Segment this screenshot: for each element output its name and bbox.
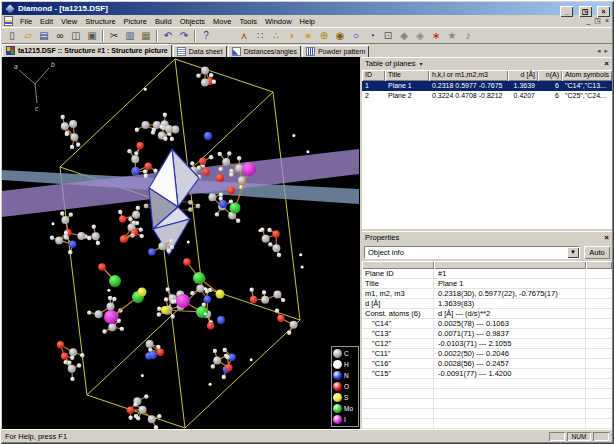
build-molecule-icon[interactable]: ⋏ (236, 29, 252, 43)
auto-button[interactable]: Auto (584, 246, 610, 259)
property-value: Plane 1 (434, 279, 586, 288)
menu-item-build[interactable]: Build (151, 16, 176, 27)
tab-distances-angles[interactable]: ◣Distances/angles (228, 45, 301, 57)
legend-label: N (344, 372, 349, 379)
ring-icon[interactable]: ○ (348, 29, 364, 43)
document-icon[interactable] (4, 16, 13, 26)
tab-ta1215-dsf-structure-1-structure-picture[interactable]: ta1215.DSF :: Structure #1 : Structure p… (2, 44, 172, 57)
plane-cell: 0.4207 (508, 91, 538, 101)
property-name: "C13" (362, 329, 434, 338)
coordination-icon[interactable]: ∴ (268, 29, 284, 43)
add-atom-icon[interactable]: ⊕ (316, 29, 332, 43)
legend-item-s: S (333, 392, 358, 403)
tab-powder-pattern[interactable]: Powder pattern (302, 45, 369, 57)
property-name: Plane ID (362, 269, 434, 278)
planes-table-header: IDTitleh,k,l or m1,m2,m3d [Å]n(A)Atom sy… (362, 70, 612, 81)
plane-cell: Plane 1 (385, 81, 429, 91)
property-value: #1 (434, 269, 586, 278)
status-box (549, 432, 565, 441)
property-value (434, 399, 586, 408)
properties-column-header (362, 261, 612, 269)
property-row-c13: "C13"0.0071(71) --- 0.9837 (362, 329, 612, 339)
menu-item-structure[interactable]: Structure (81, 16, 119, 27)
planes-table-body: 1Plane 10.2318 0.5977 -0.76751.36396"C14… (362, 81, 612, 229)
menu-item-file[interactable]: File (16, 16, 36, 27)
planes-panel-header: Table of planes ▾ × (362, 57, 612, 70)
property-name: Title (362, 279, 434, 288)
property-extra (586, 419, 612, 428)
print-icon[interactable]: ▣ (84, 29, 100, 43)
new-document-icon[interactable]: ▯ (4, 29, 20, 43)
property-row-empty (362, 379, 612, 389)
menu-item-tools[interactable]: Tools (235, 16, 261, 27)
child-minimize-icon[interactable]: _ (586, 17, 590, 25)
panel-menu-dropdown-icon[interactable]: ▾ (419, 60, 422, 67)
property-row-empty (362, 389, 612, 399)
status-bar: For Help, press F1 NUM (2, 429, 612, 442)
legend-item-mo: Mo (333, 403, 358, 414)
legend-label: H (344, 361, 349, 368)
object-info-select[interactable]: Object info ▼ (364, 246, 580, 259)
legend-ball (333, 415, 342, 424)
destroy-icon[interactable]: ∗ (428, 29, 444, 43)
planes-col-n-a[interactable]: n(A) (538, 70, 562, 81)
lattice-icon[interactable]: ◈ (412, 29, 428, 43)
svg-text:a: a (14, 63, 18, 70)
menu-item-window[interactable]: Window (261, 16, 296, 27)
save-icon[interactable]: ▤ (36, 29, 52, 43)
diamond-icon[interactable]: ◆ (396, 29, 412, 43)
property-name (362, 399, 434, 408)
planes-col-id[interactable]: ID (362, 70, 385, 81)
structure-viewport[interactable]: abc CHNOSMoI (2, 57, 360, 429)
menu-item-edit[interactable]: Edit (36, 16, 57, 27)
unit-cell-icon[interactable]: ⊡ (380, 29, 396, 43)
crescent-icon[interactable]: ◔ (364, 29, 380, 43)
undo-icon[interactable]: ↶ (160, 29, 176, 43)
cluster-icon[interactable]: ∗ (300, 29, 316, 43)
property-name: "C11" (362, 349, 434, 358)
planes-col-d[interactable]: d [Å] (508, 70, 538, 81)
tab-data-sheet[interactable]: Data sheet (173, 45, 227, 57)
tab-scroll-left-icon[interactable]: ◂ (596, 47, 602, 54)
star-icon[interactable]: ★ (444, 29, 460, 43)
polyhedra-icon[interactable]: ◗ (284, 29, 300, 43)
child-restore-icon[interactable]: ◳ (594, 17, 601, 25)
menu-item-objects[interactable]: Objects (176, 16, 209, 27)
plane-row-2[interactable]: 2Plane 20.3224 0.4708 -0.82120.42076"C25… (362, 91, 612, 101)
menu-item-view[interactable]: View (57, 16, 81, 27)
powder-pattern-icon (306, 47, 315, 56)
property-extra (586, 409, 612, 418)
menu-item-picture[interactable]: Picture (120, 16, 151, 27)
property-row-d: d [Å]1.3639(83) (362, 299, 612, 309)
planes-col-title[interactable]: Title (385, 70, 429, 81)
property-value (434, 379, 586, 388)
planes-panel-title: Table of planes (365, 59, 415, 68)
tab-scroll-right-icon[interactable]: ▸ (603, 47, 609, 54)
property-value: 0.0025(78) --- 0.1063 (434, 319, 586, 328)
help-icon[interactable]: ? (198, 29, 214, 43)
planes-panel-close-icon[interactable]: × (604, 60, 609, 68)
main-content: abc CHNOSMoI Table of planes ▾ × IDTitle… (2, 57, 612, 429)
copy-icon[interactable]: ▥ (122, 29, 138, 43)
combo-arrow-icon[interactable]: ▼ (567, 247, 579, 258)
note-icon[interactable]: ♪ (460, 29, 476, 43)
atom-design-icon[interactable]: ◉ (332, 29, 348, 43)
tab-scroll-arrows: ◂ ▸ (596, 47, 612, 57)
child-close-icon[interactable]: × (605, 17, 609, 25)
paste-icon[interactable]: ▦ (138, 29, 154, 43)
menu-item-move[interactable]: Move (209, 16, 235, 27)
packing-icon[interactable]: ∷ (252, 29, 268, 43)
cut-icon[interactable]: ✂ (106, 29, 122, 43)
print-preview-icon[interactable]: ◫ (68, 29, 84, 43)
planes-col-atom-symbols[interactable]: Atom symbols (562, 70, 612, 81)
open-folder-icon[interactable]: ▱ (20, 29, 36, 43)
find-icon[interactable]: ∞ (52, 29, 68, 43)
structure-3d-scene[interactable]: abc (2, 57, 360, 429)
redo-icon[interactable]: ↷ (176, 29, 192, 43)
planes-col-h-k-l-or-m1-m2-m3[interactable]: h,k,l or m1,m2,m3 (429, 70, 508, 81)
plane-row-1[interactable]: 1Plane 10.2318 0.5977 -0.76751.36396"C14… (362, 81, 612, 91)
menu-item-help[interactable]: Help (296, 16, 319, 27)
properties-panel-close-icon[interactable]: × (604, 234, 609, 242)
property-extra (586, 389, 612, 398)
property-value: 1.3639(83) (434, 299, 586, 308)
